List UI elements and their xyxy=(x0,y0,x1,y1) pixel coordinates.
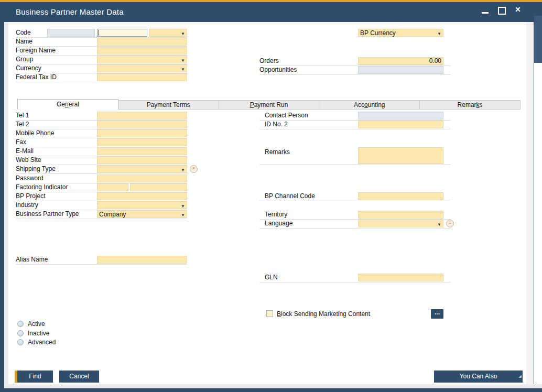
inactive-label: Inactive xyxy=(28,330,49,337)
orders-label: Orders xyxy=(259,57,279,65)
tel2-row: Tel 2 xyxy=(16,120,187,129)
chevron-down-icon: ▼ xyxy=(181,30,185,37)
password-input[interactable] xyxy=(97,175,187,182)
id-no2-input[interactable] xyxy=(358,121,443,128)
language-dropdown[interactable]: ▼ xyxy=(358,220,443,227)
inactive-radio-row: Inactive xyxy=(17,329,101,338)
tab-accounting[interactable]: Accounting xyxy=(319,100,420,110)
code-input[interactable] xyxy=(97,29,147,37)
industry-row: Industry ▼ xyxy=(16,201,187,210)
shipping-type-list-icon[interactable]: ≡ xyxy=(190,165,198,173)
federal-tax-id-label: Federal Tax ID xyxy=(16,73,57,81)
contact-person-field[interactable] xyxy=(358,112,443,119)
app-scrollbar-thumb[interactable] xyxy=(534,16,542,63)
dialog-scrollbar-track[interactable] xyxy=(526,22,533,384)
tel1-input[interactable] xyxy=(97,112,187,119)
password-row: Password xyxy=(16,174,187,183)
inactive-radio[interactable] xyxy=(17,330,24,336)
bp-currency-dropdown[interactable]: BP Currency ▼ xyxy=(358,29,443,37)
find-button[interactable]: Find xyxy=(15,371,53,383)
chevron-down-icon: ▼ xyxy=(181,57,185,64)
gln-label: GLN xyxy=(265,274,278,281)
alias-name-input[interactable] xyxy=(97,256,187,264)
tel2-input[interactable] xyxy=(97,121,187,128)
tel1-label: Tel 1 xyxy=(16,112,29,119)
language-list-icon[interactable]: ≡ xyxy=(446,220,454,227)
bp-project-row: BP Project xyxy=(16,192,187,201)
federal-tax-id-row: Federal Tax ID xyxy=(16,73,187,82)
mobile-phone-input[interactable] xyxy=(97,129,187,137)
shipping-type-label: Shipping Type xyxy=(16,165,56,173)
active-radio[interactable] xyxy=(17,321,24,327)
close-button[interactable]: ✕ xyxy=(514,6,524,15)
window-title: Business Partner Master Data xyxy=(16,7,124,16)
group-dropdown[interactable]: ▼ xyxy=(97,56,187,63)
language-row: Language ▼ ≡ xyxy=(259,219,451,228)
factoring-indicator-desc-input[interactable] xyxy=(130,183,187,191)
you-can-also-button[interactable]: You Can Also ◢ xyxy=(434,371,523,383)
minimize-button[interactable] xyxy=(480,6,491,15)
email-input[interactable] xyxy=(97,147,187,155)
block-marketing-more-button[interactable]: ... xyxy=(431,309,443,319)
code-type-dropdown[interactable]: ▼ xyxy=(149,29,187,37)
gln-input[interactable] xyxy=(358,274,443,281)
remarks-row: Remarks xyxy=(259,147,451,165)
fax-input[interactable] xyxy=(97,138,187,146)
tab-payment-run[interactable]: Payment Run xyxy=(219,100,320,110)
code-series-field[interactable] xyxy=(47,29,95,37)
language-label: Language xyxy=(265,220,292,227)
cancel-button[interactable]: Cancel xyxy=(59,371,99,383)
advanced-radio-row: Advanced xyxy=(17,338,101,347)
opportunities-field[interactable] xyxy=(358,66,443,74)
orders-field[interactable]: 0.00 xyxy=(358,57,443,65)
block-marketing-checkbox[interactable] xyxy=(266,310,273,317)
web-site-input[interactable] xyxy=(97,156,187,164)
foreign-name-input[interactable] xyxy=(97,47,187,55)
tab-general[interactable]: General xyxy=(17,99,118,110)
business-partner-type-row: Business Partner Type Company ▼ xyxy=(16,210,187,219)
orders-row: Orders 0.00 xyxy=(259,57,451,66)
mobile-phone-label: Mobile Phone xyxy=(16,129,54,137)
password-label: Password xyxy=(16,175,44,182)
foreign-name-label: Foreign Name xyxy=(16,47,56,55)
bp-currency-value: BP Currency xyxy=(360,30,396,37)
name-input[interactable] xyxy=(97,38,187,46)
business-partner-type-dropdown[interactable]: Company ▼ xyxy=(97,210,187,218)
fax-row: Fax xyxy=(16,138,187,147)
bp-project-input[interactable] xyxy=(97,192,187,200)
industry-dropdown[interactable]: ▼ xyxy=(97,201,187,209)
active-label: Active xyxy=(28,320,45,328)
block-marketing-row: Block Sending Marketing Content ... xyxy=(259,309,451,320)
remarks-label: Remarks xyxy=(265,148,290,156)
contact-person-row: Contact Person xyxy=(259,111,451,121)
bp-channel-code-input[interactable] xyxy=(358,192,443,200)
contact-person-label: Contact Person xyxy=(265,112,308,119)
industry-label: Industry xyxy=(16,201,38,209)
territory-row: Territory xyxy=(259,210,451,220)
alias-name-label: Alias Name xyxy=(16,256,48,264)
opportunities-row: Opportunities xyxy=(259,66,451,75)
tab-remarks[interactable]: Remarks xyxy=(420,100,521,110)
fax-label: Fax xyxy=(16,138,26,146)
territory-input[interactable] xyxy=(358,211,443,219)
bp-currency-row: BP Currency ▼ xyxy=(259,28,451,37)
advanced-radio[interactable] xyxy=(17,339,24,345)
tab-payment-terms[interactable]: Payment Terms xyxy=(118,100,219,110)
factoring-indicator-label: Factoring Indicator xyxy=(16,183,68,191)
code-row: Code ▼ xyxy=(16,28,187,38)
tel1-row: Tel 1 xyxy=(16,111,187,121)
factoring-indicator-row: Factoring Indicator xyxy=(16,183,187,192)
federal-tax-id-input[interactable] xyxy=(97,73,187,81)
factoring-indicator-input[interactable] xyxy=(97,183,128,191)
app-scrollbar-track[interactable] xyxy=(534,22,542,384)
business-partner-type-label: Business Partner Type xyxy=(16,210,79,218)
shipping-type-dropdown[interactable]: ▼ xyxy=(97,165,187,173)
alias-name-row: Alias Name xyxy=(16,255,187,265)
remarks-textarea[interactable] xyxy=(358,147,443,164)
active-radio-row: Active xyxy=(17,320,101,329)
minimize-icon xyxy=(482,12,489,14)
titlebar[interactable]: Business Partner Master Data xyxy=(0,2,542,22)
window-inner-margin xyxy=(4,22,8,384)
currency-dropdown[interactable]: ▼ xyxy=(97,64,187,72)
maximize-button[interactable] xyxy=(497,6,507,15)
